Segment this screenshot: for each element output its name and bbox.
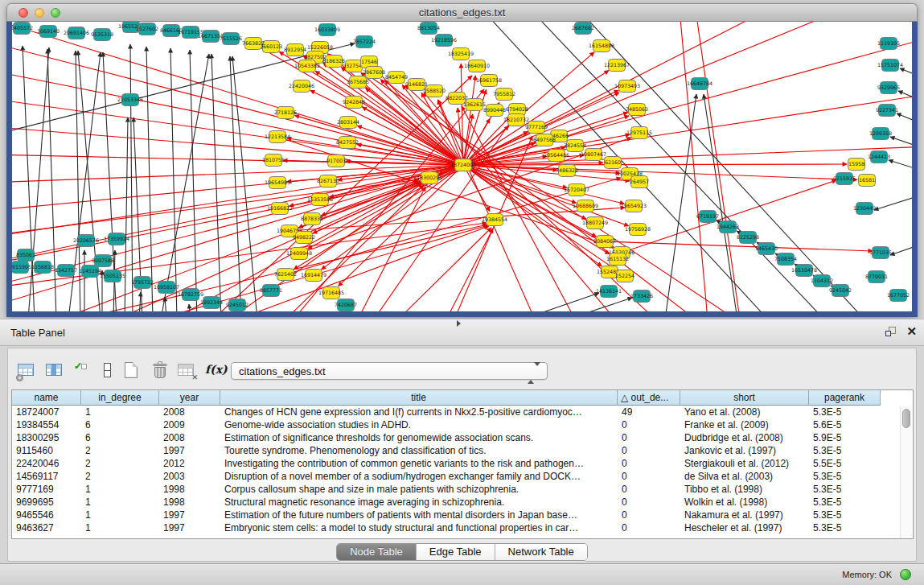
network-node[interactable]: 2084067 <box>593 236 616 248</box>
network-node[interactable]: 8878332 <box>301 213 323 225</box>
function-builder-icon[interactable]: f(x) <box>203 360 226 382</box>
network-node[interactable]: 20564486 <box>544 150 569 162</box>
tab-node-table[interactable]: Node Table <box>337 544 417 560</box>
table-mode-icon[interactable] <box>15 360 38 382</box>
network-node[interactable]: 19716485 <box>318 287 344 299</box>
scrollbar-thumb[interactable] <box>902 409 910 428</box>
network-node[interactable]: 16033809 <box>314 24 340 36</box>
network-node[interactable]: 264957 <box>630 176 649 188</box>
column-header-name[interactable]: name <box>12 390 81 406</box>
network-node[interactable]: 15751074 <box>877 60 903 72</box>
network-node[interactable]: 7485063 <box>626 104 648 116</box>
network-node[interactable]: 18640910 <box>464 60 490 72</box>
network-node[interactable]: 9498222 <box>293 232 315 244</box>
network-node[interactable]: 9097588 <box>92 255 114 267</box>
memory-indicator[interactable] <box>900 569 911 580</box>
network-node[interactable]: 9777169 <box>525 122 548 134</box>
float-panel-icon[interactable] <box>885 327 897 338</box>
network-node[interactable]: 12409948 <box>286 248 312 260</box>
tab-network-table[interactable]: Network Table <box>495 544 587 560</box>
network-node[interactable]: 1615132 <box>606 253 629 266</box>
network-node[interactable]: 8125298 <box>737 232 759 244</box>
network-node[interactable]: 3069140 <box>37 26 60 38</box>
network-node[interactable]: 19166822 <box>267 203 293 215</box>
network-node[interactable]: 8912954 <box>284 44 306 56</box>
network-node[interactable]: 1119305 <box>877 38 900 50</box>
column-header-short[interactable]: short <box>680 390 809 406</box>
network-node[interactable]: 8770031 <box>865 271 888 283</box>
table-row[interactable]: 1456911722003Disruption of a novel membe… <box>12 470 913 483</box>
table-row[interactable]: 1938455462009Genome-wide association stu… <box>12 418 913 431</box>
network-node[interactable]: 1588520 <box>423 85 446 97</box>
network-node[interactable]: 9215935 <box>833 173 856 185</box>
tab-edge-table[interactable]: Edge Table <box>417 544 495 560</box>
network-node[interactable]: 10807467 <box>581 149 606 161</box>
network-node[interactable]: 7486322 <box>556 165 578 177</box>
network-node[interactable]: 1771035 <box>869 247 892 259</box>
network-node[interactable]: 1733426 <box>630 290 653 303</box>
network-node[interactable]: 8857771 <box>260 285 282 297</box>
network-node[interactable]: 7625402 <box>274 269 297 281</box>
network-node[interactable]: 835061 <box>16 249 35 262</box>
network-node[interactable]: 6719197 <box>696 211 719 223</box>
network-node[interactable]: 252254 <box>615 270 634 282</box>
network-node[interactable]: 2718126 <box>274 107 297 119</box>
network-node[interactable]: 1156818 <box>31 262 54 274</box>
network-node[interactable]: 917003 <box>326 155 346 167</box>
network-node[interactable]: 8267130 <box>317 175 339 187</box>
column-header-title[interactable]: title <box>220 390 618 406</box>
network-node[interactable]: 16648784 <box>687 78 713 90</box>
close-panel-icon[interactable]: ✕ <box>906 325 917 338</box>
network-node[interactable]: 20691406 <box>64 27 89 39</box>
network-node[interactable]: 1465430 <box>755 243 778 255</box>
network-node[interactable]: 2803144 <box>337 117 359 129</box>
network-node[interactable]: 19756928 <box>625 224 651 236</box>
network-node[interactable]: 19384554 <box>482 214 507 226</box>
network-node[interactable]: 8990448 <box>483 105 506 117</box>
table-row[interactable]: 977716911998Corpus callosum shape and si… <box>12 483 913 496</box>
network-node[interactable]: 9245042 <box>829 285 852 297</box>
column-header-year[interactable]: year <box>159 390 220 406</box>
table-row[interactable]: 946554611997Estimation of the future num… <box>12 509 913 521</box>
table-row[interactable]: 2242004622012Investigating the contribut… <box>12 457 913 470</box>
table-panel-header[interactable]: Table Panel ✕ <box>0 319 924 346</box>
network-node[interactable]: 18325419 <box>448 48 474 60</box>
network-node[interactable]: 7857224 <box>353 36 376 48</box>
network-node[interactable]: 1677052 <box>887 290 910 302</box>
delete-column-icon[interactable] <box>149 360 171 382</box>
network-node[interactable]: 1810755 <box>262 154 285 167</box>
network-node[interactable]: 1209358 <box>869 128 892 140</box>
network-node[interactable]: 1244413 <box>868 151 890 163</box>
network-node[interactable]: 1527602 <box>136 23 158 35</box>
window-titlebar[interactable]: citations_edges.txt <box>6 3 918 22</box>
network-node[interactable]: 1342757 <box>55 265 77 277</box>
network-node[interactable]: 7420687 <box>335 299 357 311</box>
network-node[interactable]: 16510478 <box>791 265 817 277</box>
network-node[interactable]: 10958107 <box>154 282 179 294</box>
network-node[interactable]: 16961758 <box>476 75 502 87</box>
table-row[interactable]: 1872400712008Changes of HCN gene express… <box>12 406 913 418</box>
network-node[interactable]: 15958 <box>848 159 865 171</box>
network-node[interactable]: 8427552 <box>336 137 359 149</box>
column-header-in-degree[interactable]: in_degree <box>81 390 159 406</box>
network-node[interactable]: 19654985 <box>265 177 290 189</box>
column-chooser-icon[interactable] <box>43 360 66 382</box>
network-node[interactable]: 3915905 <box>12 262 31 274</box>
network-node[interactable]: 8813054 <box>417 23 440 35</box>
network-node[interactable]: 7663822 <box>242 38 265 50</box>
network-node[interactable]: 8186328 <box>322 56 345 68</box>
network-node[interactable]: 15505135 <box>100 270 125 282</box>
network-node[interactable]: 12213584 <box>265 131 290 143</box>
network-node[interactable]: 1795722 <box>131 277 154 289</box>
network-node[interactable]: 1675685 <box>347 76 369 89</box>
network-node[interactable]: 3824554 <box>564 140 586 152</box>
network-node[interactable]: 1230449 <box>853 203 876 215</box>
network-node[interactable]: 14136141 <box>596 286 622 298</box>
network-node[interactable]: 1892344 <box>200 297 223 309</box>
network-node[interactable]: 9535318 <box>91 29 113 41</box>
column-header-pagerank[interactable]: pagerank <box>809 390 881 406</box>
network-node[interactable]: 9245012 <box>226 299 248 311</box>
network-node[interactable]: 9227341 <box>876 105 898 117</box>
table-scrollbar[interactable] <box>900 406 912 538</box>
network-node[interactable]: 9329965 <box>877 82 900 94</box>
